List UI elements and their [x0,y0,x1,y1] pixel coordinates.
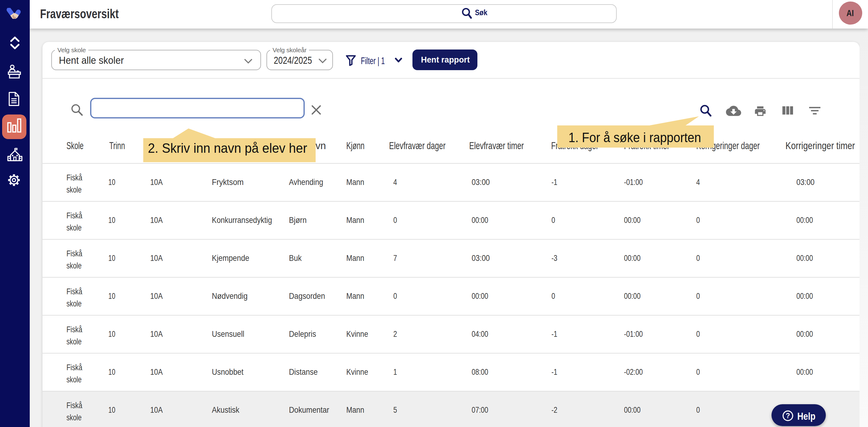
svg-text:1. For å søke i rapporten: 1. For å søke i rapporten [568,130,701,145]
svg-text:2. Skriv inn navn på elev her: 2. Skriv inn navn på elev her [148,141,307,155]
svg-text:?: ? [786,412,790,420]
